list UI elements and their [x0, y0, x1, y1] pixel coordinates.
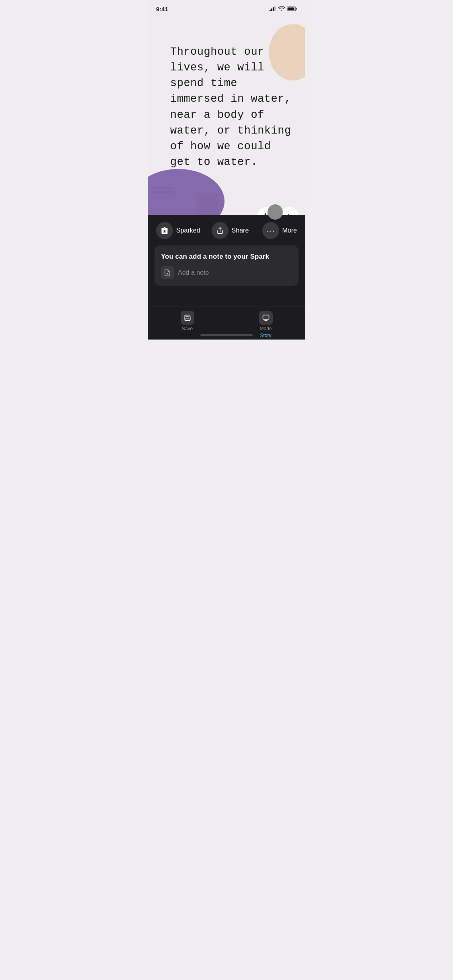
svg-rect-11	[271, 8, 272, 11]
save-tab[interactable]: Save	[148, 311, 226, 331]
sparked-button[interactable]: Sparked	[156, 222, 200, 239]
sparked-label: Sparked	[176, 227, 200, 234]
note-card-title: You can add a note to your Spark	[161, 253, 292, 261]
mode-sub-label: Story	[260, 333, 271, 338]
more-label: More	[282, 227, 297, 234]
status-time: 9:41	[156, 6, 168, 12]
progress-dot[interactable]	[268, 204, 283, 220]
status-icons	[270, 6, 297, 11]
more-button[interactable]: ··· More	[262, 222, 297, 239]
share-icon	[212, 222, 229, 239]
tab-bar: Save Mode Story	[148, 307, 305, 340]
note-card: You can add a note to your Spark Add a n…	[154, 245, 299, 286]
sparked-icon	[156, 222, 173, 239]
svg-rect-15	[296, 8, 297, 10]
svg-rect-12	[273, 7, 274, 11]
content-area: Throughout our lives, we will spend time…	[148, 0, 305, 233]
share-label: Share	[232, 227, 249, 234]
svg-rect-13	[274, 6, 276, 11]
wifi-icon	[278, 6, 285, 11]
svg-rect-10	[270, 10, 271, 11]
svg-rect-16	[288, 8, 294, 10]
more-icon: ···	[262, 222, 279, 239]
note-icon	[161, 266, 174, 279]
signal-icon	[270, 6, 276, 11]
add-note-button[interactable]: Add a note	[161, 266, 209, 279]
save-label: Save	[182, 326, 193, 331]
mode-label: Mode	[259, 326, 272, 331]
mode-icon	[259, 311, 273, 325]
save-icon	[181, 311, 194, 325]
status-bar: 9:41	[148, 0, 305, 18]
battery-icon	[287, 6, 297, 11]
add-note-label: Add a note	[178, 269, 209, 276]
svg-rect-7	[263, 315, 269, 319]
reading-text: Throughout our lives, we will spend time…	[170, 44, 293, 170]
bottom-panel: Sparked Share ··· More You can add a not…	[148, 215, 305, 340]
action-row: Sparked Share ··· More	[148, 215, 305, 243]
home-indicator	[200, 334, 253, 336]
share-button[interactable]: Share	[212, 222, 249, 239]
